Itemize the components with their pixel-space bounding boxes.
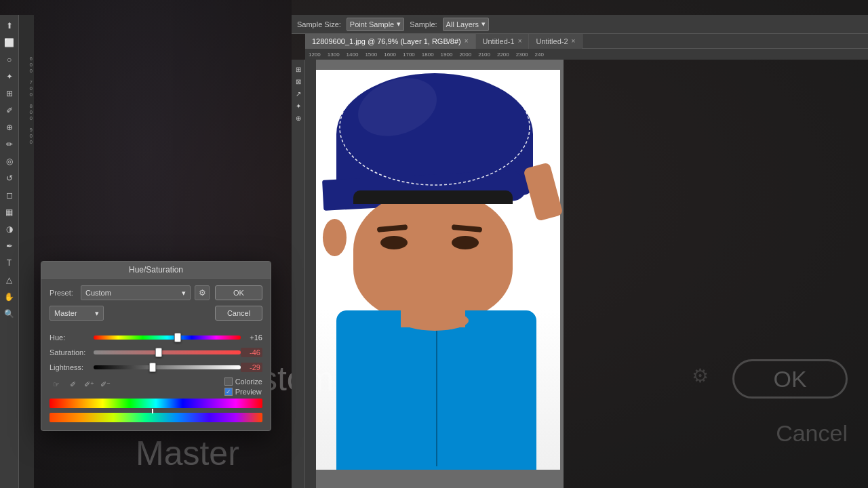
tab-untitled2[interactable]: Untitled-2 × [529,34,583,49]
hue-track-container[interactable] [94,333,241,342]
saturation-track-container[interactable] [94,348,241,357]
ruler-mark-2100: 2100 [478,52,490,58]
eyedropper-minus-icon[interactable]: ✐⁻ [98,378,112,392]
preset-dropdown-arrow: ▾ [182,289,186,298]
tool-3[interactable]: ↗ [293,88,304,99]
ruler-mark-1600: 1600 [384,52,396,58]
color-bar-original [50,399,262,408]
colorize-label: Colorize [235,378,262,386]
tool-2[interactable]: ⊠ [293,76,304,87]
tool-hand[interactable]: ✋ [1,289,18,305]
sliders-area: Hue: +16 Saturation: -46 [50,333,262,372]
tool-lasso[interactable]: ○ [1,52,18,68]
hue-thumb[interactable] [174,333,181,342]
ruler-mark-1900: 1900 [441,52,453,58]
ruler-mark-1400: 1400 [347,52,359,58]
ruler-mark-1200: 1200 [309,52,321,58]
tool-select[interactable]: ⬜ [1,35,18,51]
channel-row: Master ▾ [50,306,210,321]
dialog-titlebar[interactable]: Hue/Saturation [41,262,271,279]
shirt [336,310,536,470]
hue-track [94,336,241,340]
channel-select[interactable]: Master ▾ [50,306,104,321]
tool-4[interactable]: ✦ [293,100,304,111]
lightness-value: -29 [241,363,262,372]
ps-left-tools: ⊞ ⊠ ↗ ✦ ⊕ [292,60,305,488]
neck [401,300,465,327]
saturation-value: -46 [241,348,262,357]
ruler-mark-1300: 1300 [328,52,340,58]
tool-eraser[interactable]: ◻ [1,187,18,203]
hue-value: +16 [241,333,262,342]
tool-eyedropper[interactable]: ✐ [1,102,18,119]
tool-brush[interactable]: ✏ [1,136,18,152]
tab-active[interactable]: 12809600_1.jpg @ 76,9% (Layer 1, RGB/8#)… [305,34,476,49]
saturation-thumb[interactable] [155,348,162,357]
preset-select[interactable]: Custom ▾ [81,285,191,300]
tool-text[interactable]: T [1,255,18,271]
tool-wand[interactable]: ✦ [1,68,18,85]
svg-point-0 [340,73,530,185]
colorize-checkbox[interactable] [224,378,233,386]
eyedropper-plus-icon[interactable]: ✐⁺ [82,378,96,392]
cancel-button[interactable]: Cancel [215,306,262,321]
preview-row: ✓ Preview [224,388,262,396]
sample-select[interactable]: All Layers ▾ [443,18,489,31]
hue-saturation-dialog: Hue/Saturation Preset: Custom ▾ ⚙ [41,261,271,431]
color-bar-modified [50,413,262,422]
eyebrow-left [377,224,408,232]
preview-checkbox[interactable]: ✓ [224,388,233,396]
preview-label: Preview [235,388,262,396]
lightness-thumb[interactable] [149,363,156,372]
saturation-label: Saturation: [50,348,94,357]
lightness-track-container[interactable] [94,363,241,372]
hair [353,190,513,204]
finger-tool-icon[interactable]: ☞ [50,378,63,392]
sample-size-label: Sample Size: [297,20,341,28]
tool-clone[interactable]: ◎ [1,153,18,169]
tool-shape[interactable]: △ [1,272,18,288]
hue-label: Hue: [50,333,94,342]
canvas-area [316,60,564,488]
tool-dodge[interactable]: ◑ [1,221,18,237]
ok-button[interactable]: OK [215,285,262,300]
ear [323,219,347,256]
tool-pen[interactable]: ✒ [1,238,18,254]
color-bar-marker [152,409,153,413]
preset-gear-button[interactable]: ⚙ [195,285,210,300]
tab-close-2[interactable]: × [572,37,576,45]
tab-close-1[interactable]: × [518,37,522,45]
left-toolbar: ⬆ ⬜ ○ ✦ ⊞ ✐ ⊕ ✏ ◎ ↺ ◻ ▦ ◑ ✒ T △ ✋ 🔍 [0,15,19,488]
checkbox-group: Colorize ✓ Preview [224,378,262,396]
ruler-mark-1800: 1800 [422,52,434,58]
dialog-bottom-tools: ☞ ✐ ✐⁺ ✐⁻ [50,378,112,392]
tab-untitled1[interactable]: Untitled-1 × [476,34,530,49]
lightness-label: Lightness: [50,363,94,371]
ruler-left [305,60,316,488]
tool-1[interactable]: ⊞ [293,64,304,75]
tool-history[interactable]: ↺ [1,170,18,186]
eye-left [380,236,408,249]
preset-value: Custom [85,289,111,297]
dialog-title: Hue/Saturation [129,265,183,274]
ruler-mark-1700: 1700 [403,52,415,58]
tool-zoom[interactable]: 🔍 [1,306,18,322]
tabs-bar: 12809600_1.jpg @ 76,9% (Layer 1, RGB/8#)… [305,34,868,49]
tool-move[interactable]: ⬆ [1,18,18,34]
bg-cancel-button: Cancel [776,420,848,447]
dialog-body: Preset: Custom ▾ ⚙ Master ▾ [41,279,271,430]
hue-slider-row: Hue: +16 [50,333,262,342]
ruler-mark-2200: 2200 [497,52,509,58]
tool-gradient[interactable]: ▦ [1,204,18,220]
tool-heal[interactable]: ⊕ [1,119,18,136]
bg-gear-icon: ⚙ [692,365,709,387]
gear-icon: ⚙ [199,288,206,298]
lightness-track [94,365,241,369]
eyedropper-icon[interactable]: ✐ [66,378,79,392]
sample-size-select[interactable]: Point Sample ▾ [347,18,404,31]
tab-close-0[interactable]: × [465,37,469,45]
tool-crop[interactable]: ⊞ [1,85,18,102]
dialog-buttons: OK Cancel [215,285,262,321]
tool-5[interactable]: ⊕ [293,113,304,123]
ruler-mark-2400: 240 [535,52,544,58]
